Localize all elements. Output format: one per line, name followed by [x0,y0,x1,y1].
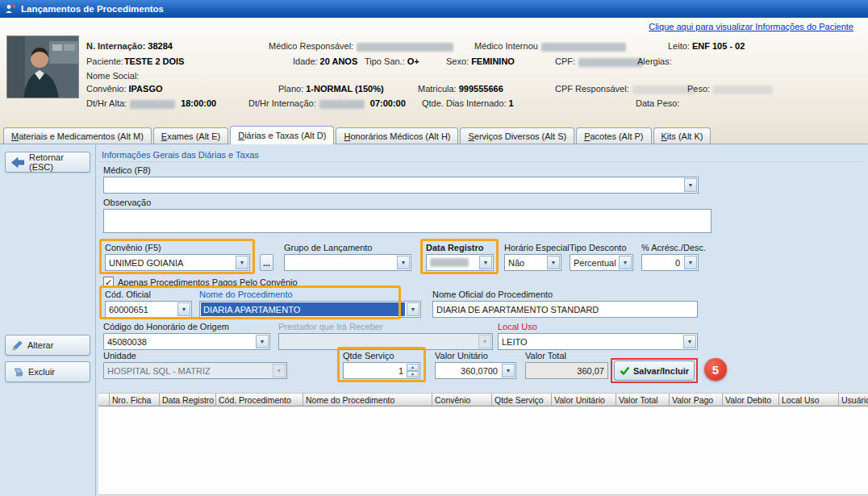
dthr-alta-label: Dt/Hr Alta: [86,98,127,108]
valor-unitario-label: Valor Unitário [435,351,488,361]
chevron-down-icon[interactable]: ▼ [683,335,696,348]
spin-up-icon[interactable]: ▲ [407,364,419,371]
chevron-down-icon[interactable]: ▼ [684,178,697,192]
group-title: Informações Gerais das Diárias e Taxas [102,150,259,160]
col-data-registro[interactable]: Data Registro [160,393,216,406]
col-valor-pago[interactable]: Valor Pago [670,393,723,406]
medico-responsavel-label: Médico Responsável: [269,41,353,51]
data-peso-label: Data Peso: [636,98,679,108]
app-icon [5,3,16,15]
field-alergias: Alergias: [637,56,672,66]
convenio-combobox[interactable]: UNIMED GOIANIA ▼ [105,254,250,271]
patient-info-link[interactable]: Clique aqui para visualizar Informações … [649,22,853,31]
chevron-down-icon[interactable]: ▼ [256,335,269,348]
plano-value: 1-NORMAL (150%) [306,84,383,94]
nome-social-label: Nome Social: [86,71,139,81]
tab-servicos-diversos-label: Serviços Diversos (Alt S) [468,131,566,141]
acresc-desc-combobox[interactable]: 0 ▼ [641,254,699,271]
qtde-servico-stepper[interactable]: 1 ▲▼ [343,362,420,379]
tab-exames[interactable]: Exames (Alt E) [153,127,228,144]
peso-label: Peso: [687,84,710,94]
nome-oficial-label: Nome Oficial do Procedimento [432,290,553,299]
retornar-button[interactable]: Retornar (ESC) [5,152,90,173]
n-internacao-label: N. Internação: [86,41,145,51]
cod-honorario-combobox[interactable]: 45080038 ▼ [103,333,270,350]
back-arrow-icon [11,157,24,168]
col-valor-unitario[interactable]: Valor Unitário [552,393,616,406]
group-divider [98,161,863,162]
medico-combobox[interactable]: ▼ [103,177,699,194]
chevron-down-icon[interactable]: ▼ [684,256,697,269]
nome-procedimento-combobox[interactable]: DIARIA APARTAMENTO ▼ [199,301,421,318]
tab-diarias-taxas[interactable]: Diárias e Taxas (Alt D) [230,126,334,144]
salvar-incluir-button[interactable]: Salvar/Incluir [614,361,695,381]
col-qtde-servico[interactable]: Qtde Serviço [492,393,552,406]
field-peso: Peso: [687,84,776,94]
cod-honorario-value: 45080038 [105,335,254,348]
chevron-down-icon[interactable]: ▼ [236,256,248,269]
field-matricula: Matricula:999555666 [418,84,503,94]
dthr-alta-time: 18:00:00 [181,98,216,108]
tab-pacotes[interactable]: Pacotes (Alt P) [576,127,651,144]
field-dthr-internacao: Dt/Hr Internação:07:00:00 [248,98,406,109]
chevron-down-icon[interactable]: ▼ [177,302,190,316]
convenio-value: IPASGO [129,84,163,94]
data-registro-combobox[interactable]: ▼ [426,254,494,271]
alterar-button[interactable]: Alterar [5,335,90,356]
convenio-browse-button[interactable]: ... [260,254,273,271]
field-sexo: Sexo:FEMININO [446,56,515,66]
step-badge: 5 [704,358,727,381]
tab-honorarios[interactable]: Honorários Médicos (Alt H) [336,127,458,144]
qtde-dias-value: 1 [509,98,514,108]
field-data-peso: Data Peso: [636,98,679,108]
field-plano: Plano:1-NORMAL (150%) [278,84,384,94]
results-table-header: Nro. Ficha Data Registro Cód. Procedimen… [98,393,868,406]
col-cod-procedimento[interactable]: Cód. Procedimento [216,393,303,406]
chevron-down-icon[interactable]: ▼ [619,256,632,269]
qtde-servico-value: 1 [344,364,406,377]
tipo-desconto-label: Tipo Desconto [570,243,627,252]
col-valor-total[interactable]: Valor Total [616,393,670,406]
idade-label: Idade: [293,56,318,66]
col-valor-debito[interactable]: Valor Debito [723,393,779,406]
tipo-san-value: O+ [407,56,419,66]
alergias-label: Alergias: [637,56,672,66]
retornar-label: Retornar (ESC) [29,152,84,172]
apenas-pagos-checkbox[interactable]: ✓ [103,277,114,287]
cod-oficial-value: 60000651 [106,302,176,316]
local-uso-label: Local Uso [498,322,537,331]
valor-unitario-combobox[interactable]: 360,0700 ▼ [435,362,516,379]
medico-internou-redacted [541,43,626,52]
field-medico-responsavel: Médico Responsável: [269,41,457,52]
chevron-down-icon[interactable]: ▼ [479,256,492,269]
horario-especial-combobox[interactable]: Não ▼ [504,254,561,271]
patient-photo [6,35,79,98]
chevron-down-icon[interactable]: ▼ [397,256,410,269]
col-usuario[interactable]: Usuário [839,393,868,406]
chevron-down-icon[interactable]: ▼ [407,302,419,316]
tab-materiais[interactable]: Materiais e Medicamentos (Alt M) [3,127,152,144]
col-indicator[interactable] [98,393,110,406]
patient-header: Clique aqui para visualizar Informações … [0,18,868,144]
spin-down-icon[interactable]: ▼ [407,371,419,378]
tipo-desconto-combobox[interactable]: Percentual ▼ [570,254,633,271]
local-uso-combobox[interactable]: LEITO ▼ [498,333,698,350]
chevron-down-icon[interactable]: ▼ [502,364,515,377]
cod-oficial-combobox[interactable]: 60000651 ▼ [105,301,192,318]
dthr-alta-redacted [130,100,175,109]
col-nro-ficha[interactable]: Nro. Ficha [110,393,160,406]
alterar-label: Alterar [27,340,53,350]
col-nome-procedimento[interactable]: Nome do Procedimento [303,393,432,406]
excluir-button[interactable]: Excluir [5,361,90,382]
grupo-lancamento-combobox[interactable]: ▼ [284,254,411,271]
chevron-down-icon[interactable]: ▼ [547,256,560,269]
col-local-uso[interactable]: Local Uso [779,393,839,406]
col-convenio[interactable]: Convênio [432,393,492,406]
tab-servicos-diversos[interactable]: Serviços Diversos (Alt S) [460,127,574,144]
nome-oficial-input[interactable]: DIARIA DE APARTAMENTO STANDARD [432,301,698,318]
data-registro-label: Data Registro [426,243,484,252]
pencil-icon [11,340,23,351]
tab-kits[interactable]: Kits (Alt K) [653,127,712,144]
observacao-input[interactable] [103,209,712,233]
acresc-desc-value: 0 [643,256,682,269]
